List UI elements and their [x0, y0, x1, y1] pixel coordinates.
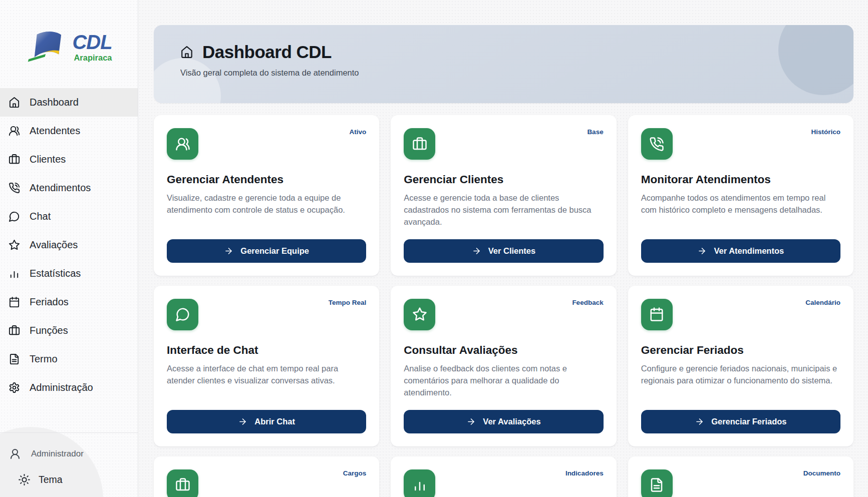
button-label: Ver Atendimentos	[714, 246, 784, 256]
status-badge: Feedback	[572, 299, 603, 306]
theme-toggle[interactable]: Tema	[0, 467, 138, 492]
arrow-right-icon	[238, 417, 247, 426]
page-subtitle: Visão geral completa do sistema de atend…	[180, 68, 359, 78]
card-title: Gerenciar Clientes	[404, 173, 503, 186]
status-badge: Calendário	[805, 299, 840, 306]
cdl-logo: CDL Arapiraca	[0, 0, 138, 88]
page-title: Dashboard CDL	[202, 42, 332, 62]
sidebar-item-clientes[interactable]: Clientes	[0, 145, 138, 174]
sidebar-item-dashboard[interactable]: Dashboard	[0, 88, 138, 117]
button-label: Gerenciar Feriados	[711, 417, 786, 426]
sidebar: CDL Arapiraca Dashboard Atendentes Clien…	[0, 0, 138, 497]
card-title: Consultar Avaliações	[404, 343, 517, 357]
message-circle-icon	[175, 307, 190, 322]
file-text-icon	[649, 477, 664, 492]
sidebar-item-atendimentos[interactable]: Atendimentos	[0, 174, 138, 202]
card-gerenciar-clientes: Base Gerenciar Clientes Acesse e gerenci…	[391, 115, 616, 276]
card-interface-de-chat: Tempo Real Interface de Chat Acesse a in…	[154, 286, 379, 446]
arrow-right-icon	[472, 246, 481, 256]
star-icon	[412, 307, 427, 322]
card-icon-tile	[167, 299, 198, 330]
card-icon-tile	[404, 128, 435, 160]
card-description: Analise o feedback dos clientes com nota…	[404, 363, 603, 399]
status-badge: Cargos	[343, 469, 367, 477]
sidebar-item-label: Avaliações	[30, 239, 78, 251]
briefcase-icon	[9, 154, 20, 165]
phone-call-icon	[9, 182, 20, 194]
card-icon-tile	[641, 469, 673, 497]
briefcase-icon	[175, 477, 190, 492]
status-badge: Ativo	[350, 128, 367, 136]
card-gerenciar-atendentes: Ativo Gerenciar Atendentes Visualize, ca…	[154, 115, 379, 276]
bar-chart-icon	[9, 268, 20, 279]
sidebar-nav: Dashboard Atendentes Clientes Atendiment…	[0, 88, 138, 402]
sidebar-item-label: Atendimentos	[30, 182, 91, 194]
home-icon	[180, 46, 193, 59]
page-header-content: Dashboard CDL Visão geral completa do si…	[180, 42, 359, 78]
arrow-right-icon	[697, 246, 707, 256]
star-icon	[9, 239, 20, 251]
sidebar-item-estatisticas[interactable]: Estatísticas	[0, 259, 138, 288]
status-badge: Indicadores	[565, 469, 604, 477]
logo-text: CDL Arapiraca	[72, 31, 112, 63]
briefcase-icon	[412, 137, 427, 152]
sidebar-item-label: Administração	[30, 382, 93, 393]
calendar-icon	[649, 307, 664, 322]
gerenciar-feriados-button[interactable]: Gerenciar Feriados	[641, 410, 840, 433]
user-info: Administrador	[0, 443, 138, 465]
sidebar-item-label: Clientes	[30, 154, 66, 165]
sidebar-item-label: Atendentes	[30, 125, 80, 137]
card-title: Gerenciar Atendentes	[167, 173, 283, 186]
ver-atendimentos-button[interactable]: Ver Atendimentos	[641, 239, 840, 263]
card-description: Acesse a interface de chat em tempo real…	[167, 363, 366, 387]
card-description: Visualize, cadastre e gerencie toda a eq…	[167, 192, 366, 216]
sidebar-item-termo[interactable]: Termo	[0, 345, 138, 373]
arrow-right-icon	[224, 246, 233, 256]
sidebar-item-label: Estatísticas	[30, 268, 81, 279]
briefcase-icon	[9, 325, 20, 336]
sidebar-item-funcoes[interactable]: Funções	[0, 316, 138, 345]
phone-call-icon	[649, 137, 664, 152]
status-badge: Tempo Real	[329, 299, 367, 306]
sidebar-item-atendentes[interactable]: Atendentes	[0, 117, 138, 145]
card-icon-tile	[167, 469, 198, 497]
arrow-right-icon	[695, 417, 704, 426]
card-gerenciar-feriados: Calendário Gerenciar Feriados Configure …	[628, 286, 853, 446]
status-badge: Base	[587, 128, 603, 136]
user-round-icon	[9, 448, 21, 460]
sidebar-item-label: Chat	[30, 211, 51, 222]
ver-avaliacoes-button[interactable]: Ver Avaliações	[404, 410, 603, 433]
card-icon-tile	[404, 469, 435, 497]
card-description: Configure e gerencie feriados nacionais,…	[641, 363, 840, 387]
status-badge: Documento	[803, 469, 840, 477]
sidebar-item-feriados[interactable]: Feriados	[0, 288, 138, 316]
settings-icon	[9, 382, 20, 393]
logo-name: CDL	[72, 32, 112, 52]
page-header: Dashboard CDL Visão geral completa do si…	[154, 25, 853, 103]
arrow-right-icon	[466, 417, 476, 426]
bar-chart-icon	[412, 477, 427, 492]
sidebar-item-chat[interactable]: Chat	[0, 202, 138, 231]
file-text-icon	[9, 353, 20, 365]
ver-clientes-button[interactable]: Ver Clientes	[404, 239, 603, 263]
button-label: Gerenciar Equipe	[240, 246, 309, 256]
theme-label: Tema	[39, 474, 63, 485]
logo-city: Arapiraca	[72, 53, 112, 63]
gerenciar-equipe-button[interactable]: Gerenciar Equipe	[167, 239, 366, 263]
sidebar-item-administracao[interactable]: Administração	[0, 373, 138, 402]
sidebar-item-label: Feriados	[30, 296, 69, 308]
calendar-icon	[9, 296, 20, 308]
sidebar-item-avaliacoes[interactable]: Avaliações	[0, 231, 138, 259]
decorative-circle	[778, 25, 853, 95]
button-label: Abrir Chat	[254, 417, 295, 426]
users-round-icon	[9, 125, 20, 137]
users-round-icon	[175, 137, 190, 152]
button-label: Ver Clientes	[488, 246, 535, 256]
card-description: Acesse e gerencie toda a base de cliente…	[404, 192, 603, 228]
sun-icon	[18, 473, 31, 486]
sidebar-footer: Administrador Tema	[0, 432, 138, 497]
card-monitorar-atendimentos: Histórico Monitorar Atendimentos Acompan…	[628, 115, 853, 276]
abrir-chat-button[interactable]: Abrir Chat	[167, 410, 366, 433]
card-title: Interface de Chat	[167, 343, 258, 357]
card-icon-tile	[641, 128, 673, 160]
